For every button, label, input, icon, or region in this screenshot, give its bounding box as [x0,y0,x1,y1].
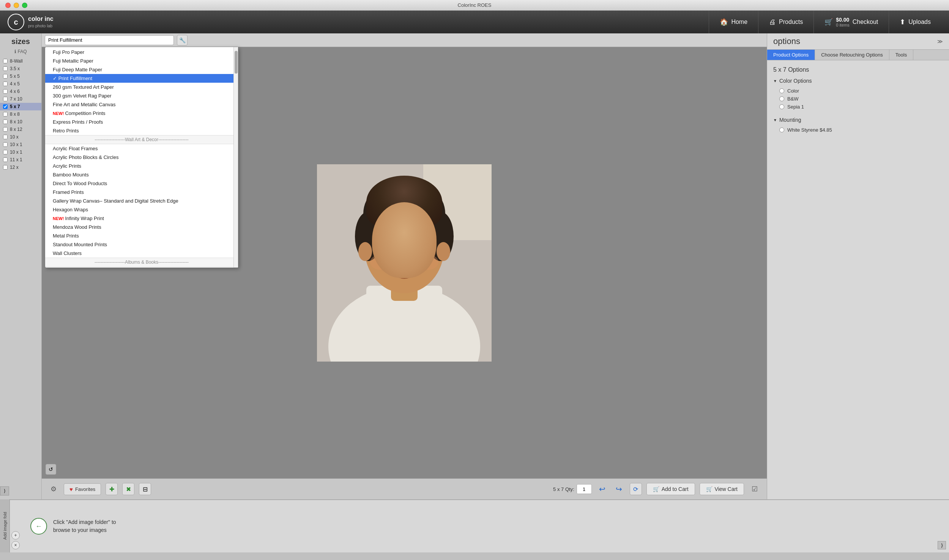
toolbar-settings-button[interactable]: 🔧 [177,35,188,46]
window-controls[interactable] [5,3,27,8]
sepia-radio-item[interactable]: Sepia 1 [773,103,943,111]
right-arrow-button[interactable]: ⟩ [938,541,946,549]
faq-button[interactable]: ℹ FAQ [14,49,27,54]
close-button[interactable] [5,3,11,8]
size-checkbox-4x6[interactable] [3,89,8,94]
gear-button[interactable]: ⚙ [48,483,59,495]
green-minus-button[interactable]: ✖ [122,483,134,495]
nav-products[interactable]: 🖨 Products [758,11,813,33]
dropdown-item-direct-wood[interactable]: Direct To Wood Products [45,179,238,188]
add-image-fold-button[interactable]: Add image fold [0,499,10,552]
tab-product-options[interactable]: Product Options [767,50,815,60]
white-styrene-radio-item[interactable]: White Styrene $4.85 [773,126,943,134]
color-radio-item[interactable]: Color [773,87,943,95]
dropdown-item-fuji-metallic[interactable]: Fuji Metallic Paper [45,57,238,65]
size-5x7[interactable]: 5 x 7 [0,103,41,110]
size-checkbox-7x10[interactable] [3,97,8,101]
scrollbar-thumb[interactable] [235,51,238,74]
bw-radio-item[interactable]: B&W [773,95,943,103]
dropdown-item-framed[interactable]: Framed Prints [45,188,238,197]
cart-refresh-button[interactable]: ⟳ [630,483,642,495]
nav-checkout[interactable]: 🛒 $0.00 0 items Checkout [813,11,889,33]
dropdown-item-260gsm[interactable]: 260 gsm Textured Art Paper [45,83,238,91]
size-8wall[interactable]: 8-Wall [0,57,41,65]
minimize-button[interactable] [14,3,19,8]
white-styrene-radio[interactable] [779,127,784,132]
size-checkbox-5x5[interactable] [3,74,8,79]
quantity-input[interactable] [577,484,592,494]
favorites-button[interactable]: ♥ Favorites [64,483,101,495]
size-12x[interactable]: 12 x [0,164,41,171]
tab-retouching[interactable]: Choose Retouching Options [815,50,889,60]
product-dropdown[interactable]: Print Fulfillment [45,35,174,45]
nav-home[interactable]: 🏠 Home [709,11,758,33]
dropdown-item-mendoza[interactable]: Mendoza Wood Prints [45,223,238,231]
size-checkbox-8x8[interactable] [3,112,8,116]
size-checkbox-8x10[interactable] [3,120,8,124]
dropdown-item-fine-art[interactable]: Fine Art and Metallic Canvas [45,100,238,109]
dropdown-item-retro[interactable]: Retro Prints [45,126,238,135]
size-checkbox-8x12[interactable] [3,127,8,132]
dropdown-item-bamboo[interactable]: Bamboo Mounts [45,170,238,179]
size-7x10[interactable]: 7 x 10 [0,95,41,103]
dropdown-item-metal[interactable]: Metal Prints [45,231,238,240]
dropdown-item-acrylic-prints[interactable]: Acrylic Prints [45,162,238,170]
x-round-button[interactable]: × [11,541,20,549]
size-4x5[interactable]: 4 x 5 [0,80,41,88]
dropdown-item-express[interactable]: Express Prints / Proofs [45,118,238,126]
dropdown-item-hexagon[interactable]: Hexagon Wraps [45,205,238,214]
undo-button[interactable]: ↩ [596,483,608,495]
dropdown-item-print-fulfillment[interactable]: Print Fulfillment [45,74,238,83]
dropdown-item-fuji-deep-matte[interactable]: Fuji Deep Matte Paper [45,65,238,74]
size-8x10[interactable]: 8 x 10 [0,118,41,126]
view-cart-button[interactable]: 🛒 View Cart [700,483,744,495]
size-10x_a[interactable]: 10 x [0,133,41,141]
size-checkbox-12x[interactable] [3,165,8,170]
size-8x8[interactable]: 8 x 8 [0,110,41,118]
size-10x_b[interactable]: 10 x 1 [0,141,41,148]
dropdown-item-competition[interactable]: NEW! Competition Prints [45,109,238,118]
size-checkbox-4x5[interactable] [3,82,8,86]
size-checkbox-11x[interactable] [3,157,8,162]
size-checkbox-8wall[interactable] [3,59,8,63]
sepia-radio[interactable] [779,104,784,109]
right-panel: options ≫ Product Options Choose Retouch… [767,33,949,499]
dropdown-item-infinity-wrap[interactable]: NEW! Infinity Wrap Print [45,214,238,223]
size-11x[interactable]: 11 x 1 [0,156,41,164]
dropdown-item-gallery-wrap[interactable]: Gallery Wrap Canvas– Standard and Digita… [45,197,238,205]
layers-button[interactable]: ⊟ [139,483,151,495]
size-3_5[interactable]: 3.5 x [0,65,41,72]
add-folder-button[interactable]: ← [30,518,47,535]
bw-radio[interactable] [779,96,784,101]
size-checkbox-10x_b[interactable] [3,142,8,147]
checklist-button[interactable]: ☑ [749,483,761,495]
dropdown-item-acrylic-float[interactable]: Acrylic Float Frames [45,144,238,153]
size-checkbox-5x7[interactable] [3,104,8,109]
size-4x6[interactable]: 4 x 6 [0,88,41,95]
dropdown-item-300gsm[interactable]: 300 gsm Velvet Rag Paper [45,91,238,100]
dropdown-item-standout[interactable]: Standout Mounted Prints [45,240,238,249]
dropdown-item-wall-clusters[interactable]: Wall Clusters [45,249,238,258]
size-5x5[interactable]: 5 x 5 [0,72,41,80]
maximize-button[interactable] [22,3,27,8]
size-checkbox-10x_a[interactable] [3,135,8,139]
size-checkbox-10x_c[interactable] [3,150,8,154]
dropdown-item-acrylic-blocks[interactable]: Acrylic Photo Blocks & Circles [45,153,238,162]
size-8x12[interactable]: 8 x 12 [0,126,41,133]
panel-collapse-button[interactable]: ≫ [937,38,943,44]
preview-refresh-button[interactable]: ↺ [46,464,56,475]
dropdown-scrollbar[interactable] [233,47,238,267]
left-panel-fold-button[interactable]: ⟩ [0,486,9,496]
size-10x_c[interactable]: 10 x 1 [0,148,41,156]
add-to-cart-button[interactable]: 🛒 Add to Cart [646,483,695,495]
dropdown-item-fuji-pro[interactable]: Fuji Pro Paper [45,48,238,57]
green-plus-button[interactable]: ✚ [106,483,118,495]
color-radio[interactable] [779,88,784,93]
size-checkbox-3_5[interactable] [3,66,8,71]
plus-round-button[interactable]: + [11,531,20,540]
nav-uploads[interactable]: ⬆ Uploads [889,11,941,33]
uploads-icon: ⬆ [900,18,905,26]
size-label-5x5: 5 x 5 [10,74,20,79]
redo-button[interactable]: ↪ [613,483,625,495]
tab-tools[interactable]: Tools [889,50,913,60]
